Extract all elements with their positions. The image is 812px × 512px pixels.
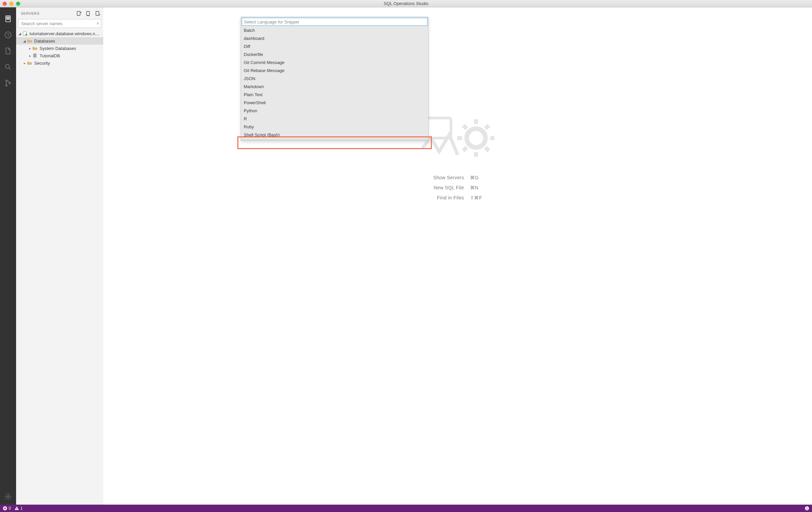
clear-search-icon[interactable]: × (96, 21, 99, 26)
quick-pick-item[interactable]: Git Rebase Message (241, 67, 428, 75)
folder-icon (27, 60, 32, 66)
svg-rect-14 (26, 34, 27, 35)
activity-settings-icon[interactable] (0, 488, 16, 505)
quick-pick-item[interactable]: JSON (241, 75, 428, 83)
chevron-right-icon[interactable]: ▸ (28, 47, 32, 50)
statusbar: 0 1 (0, 505, 812, 512)
svg-point-8 (7, 495, 9, 498)
quick-pick-item[interactable]: Shell Script (Bash) (241, 131, 428, 139)
shortcuts-list: Show Servers ⌘G New SQL File ⌘N Find in … (433, 175, 482, 200)
tree-system-databases-node[interactable]: ▸ System Databases (16, 44, 103, 52)
svg-point-17 (467, 129, 486, 147)
status-warnings-count: 1 (21, 506, 23, 511)
tree-databases-node[interactable]: ◢ Databases (16, 37, 103, 44)
shortcut-label: New SQL File (433, 185, 464, 190)
quick-picker: BatchdashboardDiffDockerfileGit Commit M… (241, 17, 429, 141)
svg-point-7 (9, 83, 10, 84)
sidebar-header: SERVERS (16, 7, 103, 19)
quick-pick-item[interactable]: Plain Text (241, 91, 428, 99)
svg-rect-11 (96, 11, 99, 16)
chevron-down-icon[interactable]: ◢ (22, 39, 27, 43)
quick-pick-item[interactable]: Python (241, 107, 428, 115)
activity-servers-icon[interactable] (0, 11, 16, 27)
quick-pick-input[interactable] (242, 18, 428, 26)
shortcut-keys: ⌘G (470, 175, 482, 180)
editor-area: Show Servers ⌘G New SQL File ⌘N Find in … (103, 7, 812, 505)
tree-tutorialdb-node[interactable]: ▸ TutorialDB (16, 52, 103, 59)
quick-pick-item[interactable]: Git Commit Message (241, 59, 428, 67)
watermark-logo (421, 108, 494, 162)
shortcut-label: Find in Files (433, 195, 464, 200)
quick-pick-item[interactable]: PowerShell (241, 99, 428, 107)
quick-pick-list[interactable]: BatchdashboardDiffDockerfileGit Commit M… (241, 27, 428, 141)
svg-rect-2 (7, 19, 9, 20)
folder-icon (27, 38, 32, 43)
svg-rect-27 (17, 508, 17, 509)
tree-databases-label: Databases (34, 38, 55, 43)
tree-server-node[interactable]: ◢ tutorialserver.database.windows.n… (16, 30, 103, 37)
svg-point-4 (5, 64, 9, 68)
quick-pick-item[interactable]: Dockerfile (241, 51, 428, 59)
svg-point-31 (807, 508, 808, 508)
search-servers-input[interactable] (18, 19, 101, 28)
tree-security-label: Security (34, 61, 50, 66)
svg-point-30 (806, 508, 807, 508)
status-errors-count: 0 (9, 506, 11, 511)
sidebar-actions (77, 11, 100, 16)
svg-line-24 (463, 147, 467, 151)
titlebar: SQL Operations Studio (0, 0, 812, 7)
window-controls (3, 2, 20, 6)
status-warnings[interactable]: 1 (14, 506, 23, 511)
svg-line-23 (486, 147, 489, 151)
active-connections-icon[interactable] (95, 11, 100, 16)
activity-task-history-icon[interactable] (0, 27, 16, 43)
server-tree: ◢ tutorialserver.database.windows.n… ◢ D… (16, 30, 103, 505)
tree-tutorialdb-label: TutorialDB (39, 53, 60, 58)
close-window-button[interactable] (3, 2, 7, 6)
quick-pick-item[interactable]: dashboard (241, 34, 428, 42)
svg-rect-10 (87, 11, 89, 16)
tree-server-label: tutorialserver.database.windows.n… (29, 31, 99, 36)
new-connection-icon[interactable] (77, 11, 82, 16)
activity-source-control-icon[interactable] (0, 75, 16, 91)
zoom-window-button[interactable] (16, 2, 20, 6)
svg-point-12 (99, 14, 100, 16)
svg-line-22 (463, 125, 467, 129)
minimize-window-button[interactable] (9, 2, 13, 6)
tree-security-node[interactable]: ▸ Security (16, 59, 103, 67)
svg-rect-28 (17, 509, 17, 510)
svg-rect-9 (77, 11, 80, 16)
quick-pick-item[interactable]: R (241, 115, 428, 123)
chevron-right-icon[interactable]: ▸ (28, 54, 32, 58)
quick-pick-item[interactable]: SQL (241, 139, 428, 141)
database-icon (32, 53, 37, 58)
svg-rect-1 (7, 17, 9, 18)
shortcut-keys: ⇧⌘F (470, 195, 482, 200)
window-title: SQL Operations Studio (0, 1, 812, 6)
svg-point-29 (805, 506, 809, 510)
new-server-group-icon[interactable] (86, 11, 91, 16)
quick-pick-item[interactable]: Markdown (241, 83, 428, 91)
tree-system-databases-label: System Databases (39, 46, 76, 51)
sidebar-search: × (18, 19, 101, 28)
sidebar: SERVERS × ◢ tu (16, 7, 103, 505)
svg-line-25 (486, 125, 489, 129)
status-errors[interactable]: 0 (3, 506, 11, 511)
shortcut-label: Show Servers (433, 175, 464, 180)
activitybar (0, 7, 16, 505)
quick-pick-item[interactable]: Batch (241, 27, 428, 34)
svg-point-6 (6, 85, 7, 86)
status-feedback-icon[interactable] (805, 506, 809, 511)
svg-point-5 (6, 80, 7, 82)
sidebar-title: SERVERS (21, 11, 77, 16)
chevron-right-icon[interactable]: ▸ (22, 61, 27, 65)
shortcut-keys: ⌘N (470, 185, 482, 190)
quick-pick-item[interactable]: Diff (241, 42, 428, 51)
folder-icon (32, 46, 37, 51)
server-icon (22, 31, 28, 36)
chevron-down-icon[interactable]: ◢ (18, 32, 22, 35)
quick-pick-item[interactable]: Ruby (241, 123, 428, 131)
activity-explorer-icon[interactable] (0, 43, 16, 59)
activity-search-icon[interactable] (0, 59, 16, 75)
